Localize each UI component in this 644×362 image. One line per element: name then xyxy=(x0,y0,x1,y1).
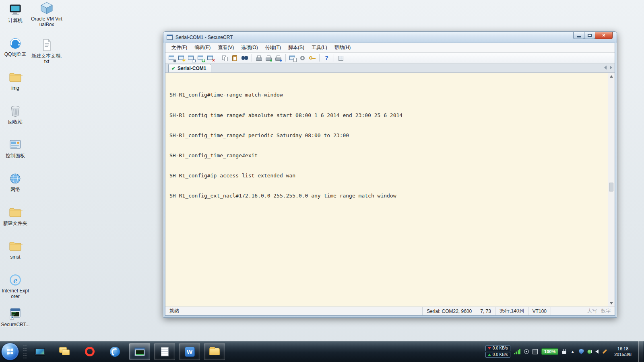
find-icon[interactable] xyxy=(240,54,249,62)
input-indicator-icon[interactable] xyxy=(533,349,538,354)
taskbar-app-folders[interactable] xyxy=(54,343,75,360)
maximize-button[interactable] xyxy=(584,32,595,39)
menu-file[interactable]: 文件(F) xyxy=(168,43,191,52)
power-plug-icon[interactable] xyxy=(562,351,566,354)
global-options-icon[interactable] xyxy=(298,54,307,62)
desktop-icon-control-panel[interactable]: 控制面板 xyxy=(1,138,30,167)
menu-edit[interactable]: 编辑(E) xyxy=(191,43,214,52)
help-icon[interactable]: ? xyxy=(322,54,331,62)
tab-scroll-right-icon[interactable] xyxy=(610,66,612,70)
wireless-icon[interactable] xyxy=(524,349,529,354)
download-speed: 0.0 KB/s xyxy=(485,346,510,351)
scroll-up-arrow[interactable] xyxy=(608,73,615,80)
desktop: 计算机 QQ浏览器 img 回收站 控制面板 xyxy=(0,0,644,362)
session-manager-icon[interactable] xyxy=(336,54,346,62)
connected-check-icon: ✔ xyxy=(171,66,175,71)
scroll-down-arrow[interactable] xyxy=(608,300,615,306)
close-button[interactable]: × xyxy=(595,32,613,39)
menu-options[interactable]: 选项(O) xyxy=(237,43,261,52)
minimize-icon xyxy=(577,36,581,37)
menu-help[interactable]: 帮助(H) xyxy=(331,43,355,52)
network-signal-icon[interactable] xyxy=(514,349,521,354)
print-preview-icon[interactable] xyxy=(274,54,283,62)
desktop-icon-computer[interactable]: 计算机 xyxy=(1,2,30,32)
quick-connect-icon[interactable] xyxy=(177,54,186,62)
taskbar-app-browser[interactable] xyxy=(104,343,125,360)
taskbar-app-opera[interactable] xyxy=(79,343,100,360)
tab-scroll-left-icon[interactable] xyxy=(604,66,607,70)
desktop-icon-smst[interactable]: smst xyxy=(1,239,30,269)
taskbar-app-notepad[interactable] xyxy=(154,343,175,360)
desktop-icon-new-text-document[interactable]: 新建文本文档.txt xyxy=(31,38,63,72)
desktop-icon-internet-explorer[interactable]: e Internet Explorer xyxy=(1,273,30,302)
session-tab-serial-com1[interactable]: ✔ Serial-COM1 xyxy=(168,64,211,72)
taskbar-app-w[interactable]: W xyxy=(179,343,200,360)
terminal-area[interactable]: SH-R1_config#time-range match-window SH-… xyxy=(165,73,615,306)
battery-indicator[interactable]: 100% xyxy=(541,348,558,355)
text-document-icon xyxy=(39,38,54,52)
download-arrow-icon xyxy=(488,347,491,350)
desktop-icon-label: 新建文本文档.txt xyxy=(31,53,62,64)
menu-transfer[interactable]: 传输(T) xyxy=(262,43,285,52)
start-button[interactable] xyxy=(1,343,19,360)
status-lock-indicators: 大写 数字 xyxy=(583,307,615,315)
taskbar-app-explorer[interactable] xyxy=(204,343,225,360)
print-setup-icon[interactable] xyxy=(264,54,273,62)
desktop-icon-qq-browser[interactable]: QQ浏览器 xyxy=(1,36,30,66)
desktop-icon-recycle-bin[interactable]: 回收站 xyxy=(1,104,30,134)
session-tab-bar: ✔ Serial-COM1 xyxy=(165,64,615,73)
taskbar-app-securecrt[interactable] xyxy=(129,343,150,360)
desktop-icon-label: 控制面板 xyxy=(6,153,25,158)
qq-browser-icon xyxy=(8,36,23,51)
terminal-line: SH-R1_config_ext_nacl#172.16.0.0 255.255… xyxy=(169,193,402,200)
desktop-icon-virtualbox[interactable]: Oracle VM VirtualBox xyxy=(31,1,63,35)
window-app-icon xyxy=(167,35,173,40)
browser-app-icon xyxy=(110,347,120,357)
toolbar-separator xyxy=(334,54,334,62)
desktop-icon-label: Internet Explorer xyxy=(1,288,30,299)
paste-icon[interactable] xyxy=(230,54,239,62)
copy-icon[interactable] xyxy=(221,54,230,62)
security-tray-icon[interactable] xyxy=(579,349,584,354)
properties-icon[interactable] xyxy=(288,54,297,62)
taskbar-app-computer[interactable] xyxy=(29,343,50,360)
window-titlebar[interactable]: Serial-COM1 - SecureCRT × xyxy=(163,32,617,43)
status-rows-cols: 35行,140列 xyxy=(495,307,528,315)
computer-app-icon xyxy=(35,348,45,356)
connect-icon[interactable] xyxy=(167,54,177,62)
terminal-line: SH-R1_config_time_range# absolute start … xyxy=(169,112,402,119)
connect-in-tab-icon[interactable] xyxy=(187,54,196,62)
desktop-icon-column-2: Oracle VM VirtualBox 新建文本文档.txt xyxy=(31,1,63,72)
menu-script[interactable]: 脚本(S) xyxy=(285,43,308,52)
desktop-icon-network[interactable]: 网络 xyxy=(1,171,30,201)
window-body: 文件(F) 编辑(E) 查看(V) 选项(O) 传输(T) 脚本(S) 工具(L… xyxy=(165,43,615,316)
scrollbar-thumb[interactable] xyxy=(609,183,613,191)
status-ready: 就绪 xyxy=(165,307,422,315)
menu-tools[interactable]: 工具(L) xyxy=(308,43,331,52)
maximize-icon xyxy=(588,34,592,37)
show-desktop-button[interactable] xyxy=(638,341,643,362)
virtualbox-icon xyxy=(39,1,54,15)
vertical-scrollbar[interactable] xyxy=(608,73,615,306)
desktop-icon-label: smst xyxy=(10,254,20,260)
toolbar-separator xyxy=(252,54,252,62)
desktop-icon-label: img xyxy=(11,85,19,91)
desktop-icon-new-folder[interactable]: 新建文件夹 xyxy=(1,205,30,235)
show-hidden-icons-button[interactable]: ▲ xyxy=(570,350,575,354)
minimize-button[interactable] xyxy=(573,32,584,39)
taskbar-clock[interactable]: 16:18 2015/3/8 xyxy=(611,346,635,357)
print-icon[interactable] xyxy=(254,54,264,62)
menu-bar: 文件(F) 编辑(E) 查看(V) 选项(O) 传输(T) 脚本(S) 工具(L… xyxy=(165,43,615,53)
volume-icon[interactable] xyxy=(595,350,599,354)
pen-tray-icon[interactable] xyxy=(603,349,607,354)
terminal-output: SH-R1_config#time-range match-window SH-… xyxy=(169,78,402,213)
menu-view[interactable]: 查看(V) xyxy=(214,43,237,52)
disconnect-icon[interactable]: × xyxy=(206,54,215,62)
reconnect-icon[interactable] xyxy=(196,54,206,62)
desktop-icon-securecrt[interactable]: SecureCRT... xyxy=(1,306,30,336)
network-speed-widget[interactable]: 0.0 KB/s 0.0 KB/s xyxy=(485,346,510,358)
status-bar: 就绪 Serial: COM22, 9600 7, 73 35行,140列 VT… xyxy=(165,306,615,315)
keymap-icon[interactable] xyxy=(308,54,317,62)
clock-date: 2015/3/8 xyxy=(614,352,632,357)
desktop-icon-img-folder[interactable]: img xyxy=(1,70,30,100)
